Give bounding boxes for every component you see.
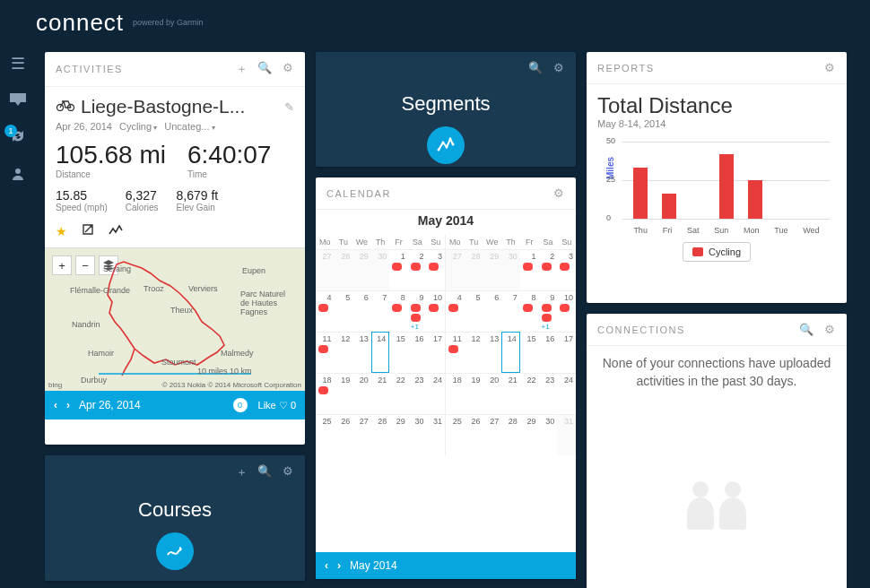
prev-month-button[interactable]: ‹ — [325, 559, 328, 572]
calendar-cell[interactable]: 7 — [371, 290, 390, 332]
calendar-cell[interactable]: 5 — [465, 290, 483, 332]
calendar-cell[interactable]: 2 — [408, 249, 427, 290]
calendar-cell[interactable]: 14 — [501, 332, 520, 373]
calendar-cell[interactable]: 25 — [316, 414, 335, 455]
calendar-cell[interactable]: 21 — [371, 373, 390, 414]
chart-legend[interactable]: Cycling — [683, 242, 751, 262]
calendar-cell[interactable]: 3 — [557, 249, 576, 290]
calendar-cell[interactable]: 16 — [539, 332, 558, 373]
profile-icon[interactable] — [11, 167, 25, 186]
next-month-button[interactable]: › — [337, 559, 341, 572]
gear-icon[interactable]: ⚙ — [553, 61, 566, 74]
gear-icon[interactable]: ⚙ — [824, 61, 837, 74]
gear-icon[interactable]: ⚙ — [824, 323, 837, 336]
calendar-cell[interactable]: 1 — [520, 249, 539, 290]
calendar-cell[interactable]: 23 — [539, 373, 558, 414]
search-icon[interactable]: 🔍 — [257, 464, 274, 480]
search-icon[interactable]: 🔍 — [257, 61, 274, 77]
calendar-cell[interactable]: 28 — [465, 249, 483, 290]
calendar-cell[interactable]: 29 — [520, 414, 539, 455]
calendar-cell[interactable]: 12 — [335, 332, 353, 373]
calendar-cell[interactable]: 29 — [483, 249, 501, 290]
add-icon[interactable]: ＋ — [236, 464, 249, 480]
calendar-cell[interactable]: 19 — [465, 373, 483, 414]
activity-title[interactable]: Liege-Bastogne-L... — [81, 96, 279, 117]
calendar-cell[interactable]: 28 — [371, 414, 390, 455]
logo[interactable]: connect — [36, 9, 124, 37]
calendar-cell[interactable]: 20 — [483, 373, 501, 414]
gear-icon[interactable]: ⚙ — [553, 186, 566, 200]
chart-bar[interactable] — [748, 180, 762, 219]
calendar-cell[interactable]: 29 — [389, 414, 408, 455]
calendar-cell[interactable]: 25 — [446, 414, 465, 455]
menu-icon[interactable]: ☰ — [11, 54, 25, 74]
calendar-cell[interactable]: 15 — [389, 332, 408, 373]
prev-activity-button[interactable]: ‹ — [54, 399, 57, 411]
calendar-cell[interactable]: 18 — [446, 373, 465, 414]
calendar-cell[interactable]: 28 — [335, 249, 353, 290]
calendar-cell[interactable]: 9+1 — [408, 290, 427, 332]
gear-icon[interactable]: ⚙ — [283, 61, 295, 77]
calendar-cell[interactable]: 22 — [520, 373, 539, 414]
calendar-cell[interactable]: 10 — [557, 290, 576, 332]
calendar-cell[interactable]: 23 — [408, 373, 427, 414]
calendar-cell[interactable]: 31 — [557, 414, 576, 455]
chart-icon[interactable] — [109, 224, 123, 238]
calendar-cell[interactable]: 11 — [316, 332, 335, 373]
calendar-cell[interactable]: 13 — [483, 332, 501, 373]
calendar-cell[interactable]: 9+1 — [539, 290, 558, 332]
note-icon[interactable] — [82, 223, 94, 238]
activity-category[interactable]: Uncateg... — [164, 121, 214, 132]
calendar-cell[interactable]: 7 — [501, 290, 520, 332]
calendar-cell[interactable]: 6 — [483, 290, 501, 332]
comment-icon[interactable]: 0 — [233, 398, 248, 412]
calendar-cell[interactable]: 30 — [408, 414, 427, 455]
segments-button[interactable] — [427, 126, 465, 164]
calendar-cell[interactable]: 24 — [557, 373, 576, 414]
add-icon[interactable]: ＋ — [236, 61, 249, 77]
gear-icon[interactable]: ⚙ — [283, 464, 295, 480]
search-icon[interactable]: 🔍 — [799, 323, 815, 336]
next-activity-button[interactable]: › — [66, 399, 70, 411]
calendar-cell[interactable]: 27 — [352, 414, 371, 455]
calendar-cell[interactable]: 30 — [501, 249, 520, 290]
calendar-cell[interactable]: 27 — [316, 249, 335, 290]
calendar-cell[interactable]: 20 — [352, 373, 371, 414]
calendar-cell[interactable]: 8 — [389, 290, 408, 332]
calendar-cell[interactable]: 27 — [483, 414, 501, 455]
calendar-cell[interactable]: 27 — [446, 249, 465, 290]
calendar-cell[interactable]: 31 — [426, 414, 445, 455]
calendar-cell[interactable]: 28 — [501, 414, 520, 455]
calendar-cell[interactable]: 2 — [539, 249, 558, 290]
search-icon[interactable]: 🔍 — [528, 61, 544, 74]
calendar-cell[interactable]: 16 — [408, 332, 427, 373]
calendar-cell[interactable]: 30 — [539, 414, 558, 455]
calendar-cell[interactable]: 13 — [352, 332, 371, 373]
calendar-cell[interactable]: 24 — [426, 373, 445, 414]
calendar-cell[interactable]: 6 — [352, 290, 371, 332]
calendar-cell[interactable]: 18 — [316, 373, 335, 414]
star-icon[interactable]: ★ — [56, 224, 67, 238]
sync-icon[interactable]: 1 — [10, 128, 26, 149]
courses-button[interactable] — [156, 532, 194, 570]
calendar-cell[interactable]: 26 — [335, 414, 353, 455]
calendar-cell[interactable]: 4 — [446, 290, 465, 332]
calendar-cell[interactable]: 17 — [557, 332, 576, 373]
calendar-cell[interactable]: 26 — [465, 414, 483, 455]
calendar-cell[interactable]: 19 — [335, 373, 353, 414]
calendar-cell[interactable]: 8 — [520, 290, 539, 332]
chart-bar[interactable] — [719, 154, 734, 219]
calendar-cell[interactable]: 1 — [389, 249, 408, 290]
calendar-cell[interactable]: 14 — [371, 332, 390, 373]
calendar-cell[interactable]: 12 — [465, 332, 483, 373]
activity-type[interactable]: Cycling — [119, 121, 157, 132]
calendar-cell[interactable]: 30 — [371, 249, 390, 290]
calendar-cell[interactable]: 11 — [446, 332, 465, 373]
chart-bar[interactable] — [633, 168, 648, 219]
calendar-cell[interactable]: 4 — [316, 290, 335, 332]
calendar-cell[interactable]: 5 — [335, 290, 353, 332]
like-button[interactable]: Like ♡ 0 — [258, 400, 296, 411]
chart-bar[interactable] — [662, 194, 676, 219]
calendar-cell[interactable]: 22 — [389, 373, 408, 414]
calendar-cell[interactable]: 3 — [426, 249, 445, 290]
